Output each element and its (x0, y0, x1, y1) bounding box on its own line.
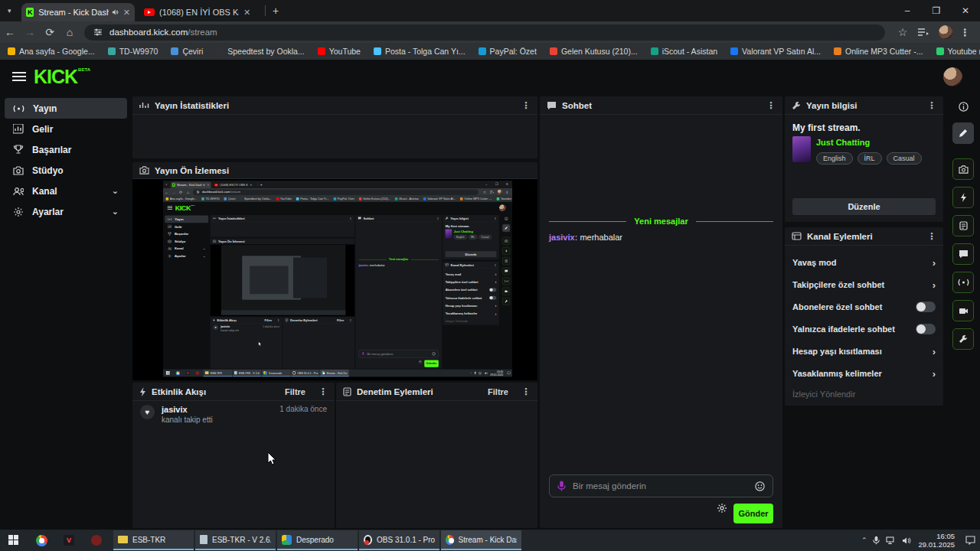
bookmark-item[interactable]: Valorant VP Satın Al... (730, 47, 821, 56)
url-path: /stream (230, 191, 240, 194)
chat-settings-gear-icon[interactable] (717, 503, 727, 514)
rail-chat-widget-button[interactable] (952, 243, 974, 265)
category-name[interactable]: Just Chatting (816, 138, 870, 147)
bookmark-item[interactable]: PayPal: Özet (479, 47, 537, 56)
stream-preview-video[interactable]: ▾ K Stream - Kick Dashboard ✕ (1068) EN … (132, 179, 537, 380)
bookmark-item[interactable]: iScout - Asistan (651, 47, 717, 56)
sidebar-item-studyo[interactable]: Stüdyo (5, 160, 127, 181)
bookmark-icon (936, 47, 944, 55)
rail-stats-widget-button[interactable] (952, 272, 974, 293)
bookmark-item[interactable]: Youtube müzik indir... (936, 47, 980, 56)
tab-close-icon[interactable]: ✕ (243, 8, 250, 18)
tab-audio-icon[interactable] (112, 8, 119, 16)
sidebar-item-kanal[interactable]: Kanal ⌄ (5, 181, 127, 201)
panel-menu-icon[interactable]: ⋮ (766, 100, 776, 111)
bookmark-item[interactable]: TD-W9970 (108, 47, 158, 56)
tray-microphone-icon[interactable] (873, 536, 880, 545)
activity-item[interactable]: ♥ jasivix kanalı takip etti 1 dakika önc… (140, 405, 327, 424)
info-icon[interactable] (959, 102, 969, 112)
bookmark-item[interactable]: Gelen Kutusu (210)... (550, 47, 638, 56)
panel-menu-icon[interactable]: ⋮ (521, 100, 531, 111)
address-bar[interactable]: dashboard.kick.com/stream (84, 24, 885, 41)
bookmark-icon (460, 197, 463, 201)
action-slow-mode[interactable]: Yavaş mod› (785, 254, 943, 271)
tab-search-icon[interactable]: ▾ (8, 7, 11, 15)
home-icon[interactable]: ⌂ (60, 26, 80, 38)
reload-icon[interactable]: ⟳ (40, 26, 60, 38)
forward-icon[interactable]: → (20, 26, 40, 38)
bolt-icon (505, 249, 508, 253)
bookmark-item[interactable]: YouTube (318, 47, 361, 56)
chrome-launcher[interactable] (28, 530, 55, 551)
category-thumbnail[interactable] (792, 136, 811, 162)
sidebar-item-ayarlar[interactable]: Ayarlar ⌄ (5, 201, 127, 222)
bookmark-item[interactable]: Online MP3 Cutter -... (834, 47, 923, 56)
taskbar-app-esbtkr[interactable]: ESB-TKR (113, 530, 194, 550)
back-icon[interactable]: ← (0, 26, 20, 38)
toggle-off[interactable] (916, 302, 936, 312)
action-account-age[interactable]: Hesap yaşı kısıtlaması› (785, 343, 943, 360)
window-close-button[interactable]: ✕ (951, 0, 980, 21)
bookmark-icon (276, 197, 279, 201)
app-launcher[interactable] (83, 530, 110, 551)
panel-menu-icon[interactable]: ⋮ (318, 386, 328, 397)
bookmark-star-icon[interactable]: ☆ (893, 26, 913, 38)
action-banned-words[interactable]: Yasaklanmış kelimeler› (785, 365, 943, 382)
sidebar-item-yayin[interactable]: Yayın (5, 98, 127, 119)
chat-input[interactable]: Bir mesaj gönderin (549, 474, 773, 497)
panel-menu-icon[interactable]: ⋮ (927, 231, 936, 242)
taskbar-app-esbtkr-v[interactable]: ESB-TKR - V 2.6.2.6 (195, 530, 276, 550)
start-button[interactable] (0, 530, 28, 551)
browser-menu-icon[interactable]: ⋮ (960, 27, 970, 38)
action-emotes-only[interactable]: Yalnızca ifadelerle sohbet (785, 321, 943, 337)
taskbar-app-desperado[interactable]: Desperado (277, 530, 358, 550)
edit-stream-button[interactable]: Düzenle (792, 198, 936, 215)
bookmark-item[interactable]: Speedtest by Ookla... (216, 47, 304, 56)
rail-edit-widget-button[interactable] (952, 122, 974, 144)
action-host-viewers[interactable]: İzleyici Yönlendir (785, 386, 943, 403)
tray-volume-icon[interactable] (902, 536, 912, 545)
sidebar-item-gelir[interactable]: Gelir (5, 119, 127, 139)
tab-groups-icon[interactable] (917, 28, 929, 37)
send-button[interactable]: Gönder (733, 504, 773, 523)
microphone-icon[interactable] (557, 481, 566, 491)
menu-hamburger-icon[interactable] (12, 72, 26, 81)
chat-username[interactable]: jasivix: (549, 233, 577, 242)
toggle-off[interactable] (916, 324, 936, 334)
filter-button[interactable]: Filtre (488, 387, 508, 396)
valorant-launcher[interactable]: V (55, 530, 83, 551)
filter-button[interactable]: Filtre (285, 387, 305, 396)
action-subscribers-only[interactable]: Abonelere özel sohbet (785, 298, 943, 315)
new-tab-button[interactable]: + (273, 5, 279, 17)
tray-network-icon[interactable] (886, 536, 896, 545)
emoji-picker-icon[interactable] (755, 481, 765, 491)
bookmark-item[interactable]: Ana sayfa - Google... (8, 47, 95, 56)
panel-menu-icon[interactable]: ⋮ (521, 386, 531, 397)
taskbar-app-kick-dashboard[interactable]: Stream - Kick Dash... (441, 530, 521, 550)
taskbar-app-obs[interactable]: OBS 31.0.1 - Profil: ... (359, 530, 439, 550)
bookmark-item[interactable]: Çeviri (171, 47, 203, 56)
edit-stream-button: Düzenle (446, 251, 497, 257)
rail-moderation-widget-button[interactable] (952, 215, 974, 236)
taskbar-clock[interactable]: 16:05 29.01.2025 (918, 532, 955, 549)
rail-preview-widget-button[interactable] (952, 158, 974, 180)
rail-settings-widget-button[interactable] (952, 328, 974, 350)
user-avatar[interactable] (943, 67, 962, 86)
rail-activity-widget-button[interactable] (952, 187, 974, 208)
browser-tab-kick[interactable]: K Stream - Kick Dashboard ✕ (21, 3, 135, 21)
window-maximize-button[interactable]: ❐ (922, 0, 951, 21)
site-settings-icon[interactable] (93, 28, 103, 37)
tab-close-icon[interactable]: ✕ (123, 8, 130, 18)
panel-menu-icon[interactable]: ⋮ (927, 100, 936, 111)
action-followers-only[interactable]: Takipçilere özel sohbet› (785, 276, 943, 293)
url-host: dashboard.kick.com (202, 191, 230, 194)
browser-profile-avatar[interactable] (939, 25, 952, 39)
bookmark-item[interactable]: Posta - Tolga Can Yı... (374, 47, 466, 56)
rail-clips-widget-button[interactable] (952, 300, 974, 321)
browser-tab-youtube[interactable]: (1068) EN İYİ OBS Kayıt Ayan N ✕ (139, 3, 260, 21)
window-minimize-button[interactable]: – (893, 0, 922, 21)
kick-logo[interactable]: KICKBETA (34, 67, 90, 86)
tray-expand-icon[interactable]: ⌃ (861, 536, 867, 544)
notification-center-icon[interactable] (965, 536, 975, 545)
sidebar-item-basarilar[interactable]: Başarılar (5, 139, 127, 160)
